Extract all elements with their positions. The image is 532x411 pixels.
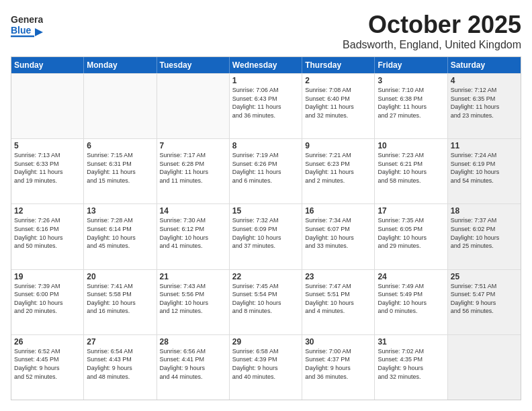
cell-content: Sunrise: 7:02 AM Sunset: 4:35 PM Dayligh… [378, 347, 444, 381]
cell-content: Sunrise: 7:37 AM Sunset: 6:02 PM Dayligh… [451, 216, 518, 250]
cell-content: Sunrise: 7:30 AM Sunset: 6:12 PM Dayligh… [160, 216, 226, 250]
page: General Blue October 2025 Badsworth, Eng… [0, 0, 532, 411]
day-number: 8 [232, 141, 299, 150]
svg-marker-2 [35, 28, 43, 36]
day-number: 10 [378, 141, 444, 150]
calendar-cell [84, 74, 157, 138]
title-block: October 2025 Badsworth, England, United … [343, 11, 521, 51]
day-number: 24 [378, 272, 444, 281]
cell-content: Sunrise: 7:24 AM Sunset: 6:19 PM Dayligh… [451, 151, 518, 185]
calendar-cell: 18Sunrise: 7:37 AM Sunset: 6:02 PM Dayli… [448, 204, 521, 269]
day-number: 16 [305, 206, 371, 216]
dow-monday: Monday [84, 57, 157, 73]
cell-content: Sunrise: 7:35 AM Sunset: 6:05 PM Dayligh… [378, 216, 444, 250]
cell-content: Sunrise: 7:19 AM Sunset: 6:26 PM Dayligh… [232, 151, 299, 185]
day-number: 2 [305, 76, 371, 85]
day-number: 17 [378, 206, 444, 216]
calendar-cell: 1Sunrise: 7:06 AM Sunset: 6:43 PM Daylig… [230, 74, 302, 138]
cell-content: Sunrise: 6:52 AM Sunset: 4:45 PM Dayligh… [14, 347, 81, 381]
cell-content: Sunrise: 7:28 AM Sunset: 6:14 PM Dayligh… [87, 216, 153, 250]
day-number: 20 [87, 272, 153, 281]
calendar-cell: 5Sunrise: 7:13 AM Sunset: 6:33 PM Daylig… [11, 139, 84, 203]
day-number: 25 [451, 272, 518, 281]
calendar-row: 5Sunrise: 7:13 AM Sunset: 6:33 PM Daylig… [11, 138, 521, 203]
calendar-cell: 31Sunrise: 7:02 AM Sunset: 4:35 PM Dayli… [375, 335, 447, 400]
dow-wednesday: Wednesday [230, 57, 302, 73]
calendar-cell: 23Sunrise: 7:47 AM Sunset: 5:51 PM Dayli… [302, 270, 375, 334]
calendar-body: 1Sunrise: 7:06 AM Sunset: 6:43 PM Daylig… [11, 73, 521, 400]
dow-friday: Friday [375, 57, 447, 73]
calendar-row: 1Sunrise: 7:06 AM Sunset: 6:43 PM Daylig… [11, 73, 521, 138]
calendar-cell: 3Sunrise: 7:10 AM Sunset: 6:38 PM Daylig… [375, 74, 447, 138]
calendar-cell: 9Sunrise: 7:21 AM Sunset: 6:23 PM Daylig… [302, 139, 375, 203]
day-number: 31 [378, 337, 444, 347]
calendar-cell: 22Sunrise: 7:45 AM Sunset: 5:54 PM Dayli… [230, 270, 302, 334]
calendar-cell: 10Sunrise: 7:23 AM Sunset: 6:21 PM Dayli… [375, 139, 447, 203]
header: General Blue October 2025 Badsworth, Eng… [11, 11, 521, 51]
day-number: 26 [14, 337, 81, 347]
day-number: 19 [14, 272, 81, 281]
calendar-cell [11, 74, 84, 138]
calendar-cell: 12Sunrise: 7:26 AM Sunset: 6:16 PM Dayli… [11, 204, 84, 269]
calendar-cell: 20Sunrise: 7:41 AM Sunset: 5:58 PM Dayli… [84, 270, 157, 334]
calendar-cell: 13Sunrise: 7:28 AM Sunset: 6:14 PM Dayli… [84, 204, 157, 269]
dow-sunday: Sunday [11, 57, 84, 73]
calendar-cell: 26Sunrise: 6:52 AM Sunset: 4:45 PM Dayli… [11, 335, 84, 400]
calendar-cell: 11Sunrise: 7:24 AM Sunset: 6:19 PM Dayli… [448, 139, 521, 203]
calendar-row: 26Sunrise: 6:52 AM Sunset: 4:45 PM Dayli… [11, 334, 521, 400]
cell-content: Sunrise: 7:49 AM Sunset: 5:49 PM Dayligh… [378, 282, 444, 316]
calendar-cell: 6Sunrise: 7:15 AM Sunset: 6:31 PM Daylig… [84, 139, 157, 203]
cell-content: Sunrise: 7:34 AM Sunset: 6:07 PM Dayligh… [305, 216, 371, 250]
day-number: 6 [87, 141, 153, 150]
cell-content: Sunrise: 7:32 AM Sunset: 6:09 PM Dayligh… [232, 216, 299, 250]
cell-content: Sunrise: 7:12 AM Sunset: 6:35 PM Dayligh… [451, 86, 518, 120]
calendar-cell: 28Sunrise: 6:56 AM Sunset: 4:41 PM Dayli… [157, 335, 230, 400]
cell-content: Sunrise: 7:17 AM Sunset: 6:28 PM Dayligh… [160, 151, 226, 185]
day-number: 15 [232, 206, 299, 216]
day-number: 1 [232, 76, 299, 85]
calendar-cell: 2Sunrise: 7:08 AM Sunset: 6:40 PM Daylig… [302, 74, 375, 138]
day-number: 23 [305, 272, 371, 281]
logo: General Blue [11, 11, 43, 39]
day-number: 5 [14, 141, 81, 150]
cell-content: Sunrise: 7:21 AM Sunset: 6:23 PM Dayligh… [305, 151, 371, 185]
cell-content: Sunrise: 7:23 AM Sunset: 6:21 PM Dayligh… [378, 151, 444, 185]
day-number: 18 [451, 206, 518, 216]
calendar-cell: 30Sunrise: 7:00 AM Sunset: 4:37 PM Dayli… [302, 335, 375, 400]
cell-content: Sunrise: 7:08 AM Sunset: 6:40 PM Dayligh… [305, 86, 371, 120]
cell-content: Sunrise: 7:06 AM Sunset: 6:43 PM Dayligh… [232, 86, 299, 120]
calendar-header: Sunday Monday Tuesday Wednesday Thursday… [11, 57, 521, 73]
day-number: 28 [160, 337, 226, 347]
calendar-cell: 25Sunrise: 7:51 AM Sunset: 5:47 PM Dayli… [448, 270, 521, 334]
cell-content: Sunrise: 7:13 AM Sunset: 6:33 PM Dayligh… [14, 151, 81, 185]
calendar-row: 19Sunrise: 7:39 AM Sunset: 6:00 PM Dayli… [11, 269, 521, 334]
cell-content: Sunrise: 6:54 AM Sunset: 4:43 PM Dayligh… [87, 347, 153, 381]
day-number: 7 [160, 141, 226, 150]
cell-content: Sunrise: 7:47 AM Sunset: 5:51 PM Dayligh… [305, 282, 371, 316]
svg-text:General: General [11, 14, 43, 25]
day-number: 21 [160, 272, 226, 281]
cell-content: Sunrise: 7:39 AM Sunset: 6:00 PM Dayligh… [14, 282, 81, 316]
dow-tuesday: Tuesday [157, 57, 230, 73]
calendar-cell [448, 335, 521, 400]
day-number: 4 [451, 76, 518, 85]
calendar-cell: 4Sunrise: 7:12 AM Sunset: 6:35 PM Daylig… [448, 74, 521, 138]
cell-content: Sunrise: 6:56 AM Sunset: 4:41 PM Dayligh… [160, 347, 226, 381]
calendar-cell: 27Sunrise: 6:54 AM Sunset: 4:43 PM Dayli… [84, 335, 157, 400]
calendar-row: 12Sunrise: 7:26 AM Sunset: 6:16 PM Dayli… [11, 203, 521, 269]
calendar: Sunday Monday Tuesday Wednesday Thursday… [11, 56, 521, 400]
day-number: 11 [451, 141, 518, 150]
day-number: 9 [305, 141, 371, 150]
day-number: 29 [232, 337, 299, 347]
day-number: 27 [87, 337, 153, 347]
calendar-cell: 14Sunrise: 7:30 AM Sunset: 6:12 PM Dayli… [157, 204, 230, 269]
cell-content: Sunrise: 7:15 AM Sunset: 6:31 PM Dayligh… [87, 151, 153, 185]
cell-content: Sunrise: 7:41 AM Sunset: 5:58 PM Dayligh… [87, 282, 153, 316]
dow-thursday: Thursday [302, 57, 375, 73]
calendar-cell [157, 74, 230, 138]
day-number: 14 [160, 206, 226, 216]
cell-content: Sunrise: 7:10 AM Sunset: 6:38 PM Dayligh… [378, 86, 444, 120]
calendar-cell: 24Sunrise: 7:49 AM Sunset: 5:49 PM Dayli… [375, 270, 447, 334]
cell-content: Sunrise: 7:26 AM Sunset: 6:16 PM Dayligh… [14, 216, 81, 250]
calendar-cell: 19Sunrise: 7:39 AM Sunset: 6:00 PM Dayli… [11, 270, 84, 334]
